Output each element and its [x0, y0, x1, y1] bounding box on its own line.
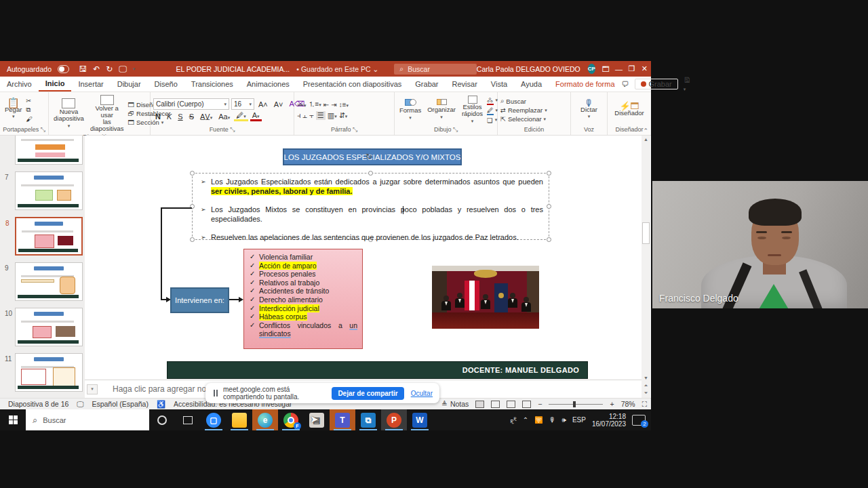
zoom-out-icon[interactable]: − [538, 400, 542, 408]
format-painter-icon[interactable]: 🖌 [26, 115, 33, 123]
ribbon-tab[interactable]: Grabar [408, 77, 445, 92]
selection-handle[interactable] [368, 171, 373, 176]
slideshow-icon[interactable]: 🖵 [119, 64, 127, 74]
columns-icon[interactable]: ▥▾ [328, 111, 337, 120]
titlebar-search[interactable]: ⌕ Buscar [394, 64, 476, 75]
font-name-combo[interactable]: Calibri (Cuerpo)▾ [153, 98, 229, 110]
new-slide-button[interactable]: Nueva diapositiva ▾ [52, 98, 86, 130]
shrink-font-button[interactable]: A˅ [272, 100, 285, 108]
vertical-scrollbar[interactable]: ▲ ▼ ⏶ ⏷ [642, 136, 650, 398]
minimize-button[interactable]: — [612, 61, 625, 77]
designer-button[interactable]: ⚡🗖 Diseñador [612, 102, 646, 117]
ribbon-tab[interactable]: Archivo [0, 77, 39, 92]
ribbon-tab[interactable]: Transiciones [184, 77, 240, 92]
decrease-indent-icon[interactable]: ⇤ [323, 101, 329, 108]
zoom-slider-thumb[interactable] [573, 401, 576, 407]
shapes-button[interactable]: Formas ▾ [397, 98, 423, 122]
redo-icon[interactable]: ↻ [106, 64, 113, 74]
align-center-icon[interactable]: ⫠ [303, 111, 308, 120]
bullet-item[interactable]: ➢Los Juzgados Especializados están dedic… [201, 177, 543, 196]
character-spacing-button[interactable]: A̲V̲▾ [198, 113, 214, 121]
scroll-up-icon[interactable]: ▲ [642, 137, 650, 142]
maximize-button[interactable]: ❐ [625, 61, 638, 77]
language-indicator[interactable]: ESP [572, 416, 586, 424]
find-button[interactable]: ⌕ Buscar [500, 97, 526, 105]
font-color-button[interactable]: A▾ [250, 111, 262, 121]
courtroom-photo[interactable] [432, 266, 539, 329]
reuse-slides-button[interactable]: Volver a usar las diapositivas [88, 94, 126, 133]
start-button[interactable] [0, 409, 26, 430]
notes-splitter-icon[interactable]: ▾ [87, 384, 98, 394]
notes-placeholder[interactable]: Haga clic para agregar notas [113, 384, 217, 394]
display-settings-icon[interactable]: 🖵 [77, 400, 83, 409]
slide-thumbnail[interactable]: 7 [15, 171, 83, 210]
teams-button[interactable]: T [330, 409, 355, 430]
quick-styles-button[interactable]: Estilos rápidos ▾ [460, 95, 485, 125]
slide-sorter-icon[interactable] [491, 401, 500, 408]
slide-bullet-list[interactable]: ➢Los Juzgados Especializados están dedic… [201, 177, 543, 251]
text-highlight-button[interactable]: 🖉▾ [234, 111, 248, 121]
shape-outline-icon[interactable]: 🖉▾ [487, 106, 498, 115]
task-view-button[interactable] [175, 409, 201, 430]
record-button[interactable]: Grabar [635, 79, 678, 89]
remote-app-button[interactable]: ⧉ [355, 409, 381, 430]
close-button[interactable]: ✕ [638, 61, 651, 77]
wifi-icon[interactable]: 🛜 [534, 416, 542, 424]
slide-thumbnail[interactable]: 10 [15, 308, 83, 346]
zoom-app-button[interactable]: ▢ [201, 409, 226, 430]
save-icon[interactable]: 🖫 [79, 64, 87, 74]
grow-font-button[interactable]: A˄ [256, 100, 270, 108]
ribbon-tab[interactable]: Animaciones [240, 77, 296, 92]
strikethrough-button[interactable]: S [187, 113, 196, 121]
scroll-down-icon[interactable]: ▼ [642, 375, 650, 380]
powerpoint-button[interactable]: P [381, 409, 407, 430]
share-icon[interactable]: 🖻 ▾ [684, 76, 691, 92]
next-slide-icon[interactable]: ⏷ [642, 390, 650, 396]
text-direction-icon[interactable]: ⇵▾ [339, 111, 348, 120]
underline-button[interactable]: S [176, 113, 184, 121]
taskbar-search[interactable]: ⌕ Buscar [26, 409, 149, 430]
align-right-icon[interactable]: ⫟ [309, 111, 314, 120]
ribbon-tab[interactable]: Diseño [148, 77, 184, 92]
selection-handle[interactable] [190, 237, 195, 242]
replace-button[interactable]: ⇄ Reemplazar ▾ [500, 106, 547, 114]
clock[interactable]: 12:1816/07/2023 [592, 413, 626, 428]
collapse-ribbon-icon[interactable]: ⌃ [643, 127, 648, 134]
slide-thumbnail[interactable]: 9 [15, 262, 83, 301]
ribbon-tab[interactable]: Vista [484, 77, 514, 92]
arrange-button[interactable]: Organizar ▾ [425, 98, 458, 121]
selection-handle[interactable] [547, 171, 551, 176]
qat-more-icon[interactable]: ▾ [133, 66, 136, 72]
normal-view-icon[interactable] [475, 401, 484, 408]
zoom-slider[interactable] [549, 404, 603, 405]
people-icon[interactable]: ꭆꭆ [511, 415, 517, 424]
ribbon-tab[interactable]: Formato de forma [549, 77, 621, 92]
selection-handle[interactable] [547, 237, 551, 242]
scrollbar-thumb[interactable] [642, 222, 650, 244]
edge-button[interactable]: e [252, 409, 278, 430]
reading-view-icon[interactable] [507, 401, 515, 408]
increase-indent-icon[interactable]: ⇥ [331, 101, 336, 108]
align-left-icon[interactable]: ⫞ [297, 111, 301, 120]
ribbon-tab[interactable]: Presentación con diapositivas [296, 77, 409, 92]
paste-button[interactable]: 📋 Pegar▾ [3, 99, 24, 121]
slide-thumbnail[interactable]: 11 [15, 353, 83, 392]
slide-thumbnail[interactable] [15, 136, 83, 165]
previous-slide-icon[interactable]: ⏶ [642, 383, 650, 388]
slide-canvas[interactable]: LOS JUZGADOS ESPECIALIZADOS Y/O MIXTOS ↻… [85, 136, 642, 380]
dictate-button[interactable]: 🎙 Dictar▾ [578, 99, 599, 121]
undo-icon[interactable]: ↶ [93, 64, 100, 74]
user-name[interactable]: Carla Paola DELGADO OVIEDO [477, 65, 580, 73]
shape-fill-icon[interactable]: 🝆▾ [487, 96, 498, 105]
numbering-icon[interactable]: ⒈≡▾ [309, 100, 321, 109]
ribbon-tab[interactable]: Insertar [71, 77, 110, 92]
bullet-item[interactable]: ➢Resuelven las apelaciones de las senten… [201, 232, 543, 242]
intervienen-box[interactable]: Intervienen en: [170, 287, 229, 313]
rotate-handle-icon[interactable]: ↻ [366, 152, 372, 161]
slide-thumbnail[interactable]: 8 [15, 217, 83, 256]
ribbon-tab[interactable]: Revisar [446, 77, 484, 92]
tray-expand-icon[interactable]: ⌃ [523, 416, 528, 424]
zoom-in-icon[interactable]: + [610, 400, 614, 408]
font-size-combo[interactable]: 16▾ [231, 98, 254, 110]
hide-link[interactable]: Ocultar [411, 390, 433, 397]
